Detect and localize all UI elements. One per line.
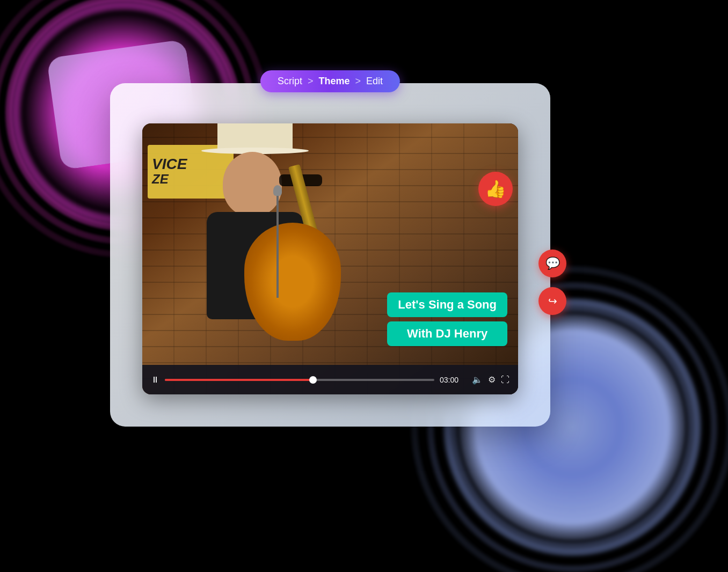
mic-stand (276, 190, 279, 298)
scene: Script > Theme > Edit VICE ZE (0, 0, 728, 572)
video-player[interactable]: VICE ZE 👍 (142, 123, 518, 394)
caption-line1: Let's Sing a Song (387, 292, 507, 317)
thumbs-up-badge: 👍 (478, 172, 513, 206)
volume-button[interactable]: 🔈 (472, 375, 483, 385)
mic-head (273, 185, 282, 196)
comment-icon: 💬 (545, 256, 560, 270)
caption-line2: With DJ Henry (387, 321, 507, 346)
breadcrumb-script[interactable]: Script (278, 76, 302, 87)
breadcrumb-edit[interactable]: Edit (366, 76, 383, 87)
thumbs-up-icon: 👍 (485, 179, 506, 199)
breadcrumb-sep-1: > (308, 76, 314, 87)
fullscreen-button[interactable]: ⛶ (501, 375, 509, 385)
progress-bar[interactable] (165, 379, 434, 381)
settings-button[interactable]: ⚙ (488, 375, 496, 385)
fab-comment-button[interactable]: 💬 (538, 250, 566, 277)
progress-fill (165, 379, 313, 381)
caption-overlay: Let's Sing a Song With DJ Henry (387, 292, 507, 346)
sign-line2: ZE (152, 172, 169, 187)
progress-thumb[interactable] (309, 376, 317, 384)
video-background: VICE ZE 👍 (142, 123, 518, 394)
breadcrumb-sep-2: > (355, 76, 361, 87)
breadcrumb-theme[interactable]: Theme (318, 76, 350, 87)
guitar-body (244, 223, 341, 341)
breadcrumb: Script > Theme > Edit (260, 70, 400, 92)
card-main: Script > Theme > Edit VICE ZE (110, 83, 550, 427)
play-pause-button[interactable]: ⏸ (151, 375, 159, 385)
hat-crown (217, 123, 293, 150)
video-controls: ⏸ 03:00 🔈 ⚙ ⛶ (142, 365, 518, 394)
share-icon: ↪ (548, 295, 557, 307)
fab-share-button[interactable]: ↪ (538, 287, 566, 315)
head (223, 152, 282, 216)
musician-figure (174, 148, 357, 362)
time-display: 03:00 (440, 376, 467, 384)
